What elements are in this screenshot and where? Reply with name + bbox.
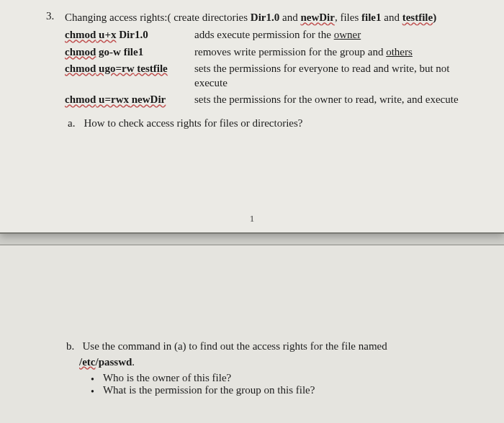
cmd-arg: ugo=rw bbox=[96, 63, 134, 74]
sub-question-b: b. Use the command in (a) to find out th… bbox=[66, 339, 467, 370]
sub-label: b. bbox=[66, 340, 74, 352]
cmd-arg: u+x bbox=[96, 29, 116, 40]
item-number: 3. bbox=[46, 10, 54, 22]
command-cell: chmod go-w file1 bbox=[65, 45, 187, 59]
heading-text: ) bbox=[433, 12, 436, 23]
desc-text: sets the permissions for everyone to rea… bbox=[194, 63, 450, 88]
desc-underline: others bbox=[386, 46, 413, 58]
sub-question-a: a. How to check access rights for files … bbox=[68, 117, 471, 129]
bottom-sheet: b. Use the command in (a) to find out th… bbox=[0, 245, 504, 423]
sub-text: How to check access rights for files or … bbox=[84, 117, 302, 129]
page-number: 1 bbox=[0, 213, 504, 224]
cmd-arg: go-w bbox=[96, 46, 123, 58]
cmd-name: chmod bbox=[65, 29, 96, 40]
dir1-name: Dir1.0 bbox=[251, 12, 279, 23]
heading-text: and bbox=[381, 12, 402, 23]
path-end: . bbox=[132, 356, 135, 368]
path-seg: /etc bbox=[79, 356, 95, 368]
dir2-name: newDir bbox=[300, 12, 335, 23]
list-item: • What is the permission for the group o… bbox=[91, 384, 467, 396]
path-text: /etc/passwd. bbox=[79, 356, 135, 368]
command-cell: chmod ugo=rw testfile bbox=[65, 61, 187, 91]
cmd-name: chmod bbox=[65, 46, 96, 58]
desc-cell: sets the permissions for everyone to rea… bbox=[194, 61, 471, 91]
bullet-icon: • bbox=[91, 375, 94, 385]
list-item: • Who is the owner of this file? bbox=[91, 372, 467, 384]
cmd-target: file1 bbox=[124, 46, 144, 58]
cmd-name: chmod bbox=[65, 94, 96, 105]
file1-name: file1 bbox=[361, 12, 382, 23]
cmd-name: chmod bbox=[65, 63, 96, 74]
desc-underline: owner bbox=[334, 29, 361, 40]
bullet-list: • Who is the owner of this file? • What … bbox=[91, 372, 467, 396]
cmd-target: testfile bbox=[134, 63, 167, 74]
bullet-text: Who is the owner of this file? bbox=[103, 372, 231, 384]
command-cell: chmod u+x Dir1.0 bbox=[65, 27, 187, 42]
sub-label: a. bbox=[68, 117, 75, 129]
bullet-icon: • bbox=[91, 387, 94, 397]
command-cell: chmod u=rwx newDir bbox=[65, 92, 187, 106]
desc-text: removes write permission for the group a… bbox=[194, 46, 386, 58]
bullet-text: What is the permission for the group on … bbox=[103, 384, 315, 396]
desc-cell: removes write permission for the group a… bbox=[194, 45, 471, 59]
desc-cell: sets the permissions for the owner to re… bbox=[194, 92, 471, 106]
cmd-target: newDir bbox=[129, 94, 166, 105]
question-heading: Changing access rights:( create director… bbox=[65, 10, 471, 24]
sub-text: Use the command in (a) to find out the a… bbox=[83, 340, 387, 352]
desc-text: sets the permissions for the owner to re… bbox=[194, 94, 459, 105]
path-seg: /passwd bbox=[95, 356, 132, 368]
desc-cell: adds execute permission for the owner bbox=[194, 27, 471, 42]
heading-text: and bbox=[279, 12, 300, 23]
command-table: chmod u+x Dir1.0 adds execute permission… bbox=[65, 27, 471, 106]
file2-name: testfile bbox=[402, 12, 433, 23]
cmd-arg: u=rwx bbox=[96, 94, 129, 105]
heading-text: , files bbox=[335, 12, 361, 23]
cmd-target: Dir1.0 bbox=[116, 29, 148, 40]
worksheet-page: 3. Changing access rights:( create direc… bbox=[0, 0, 504, 423]
desc-text: adds execute permission for the bbox=[194, 29, 334, 40]
heading-text: Changing access rights:( create director… bbox=[65, 12, 251, 23]
top-sheet: 3. Changing access rights:( create direc… bbox=[0, 0, 504, 234]
